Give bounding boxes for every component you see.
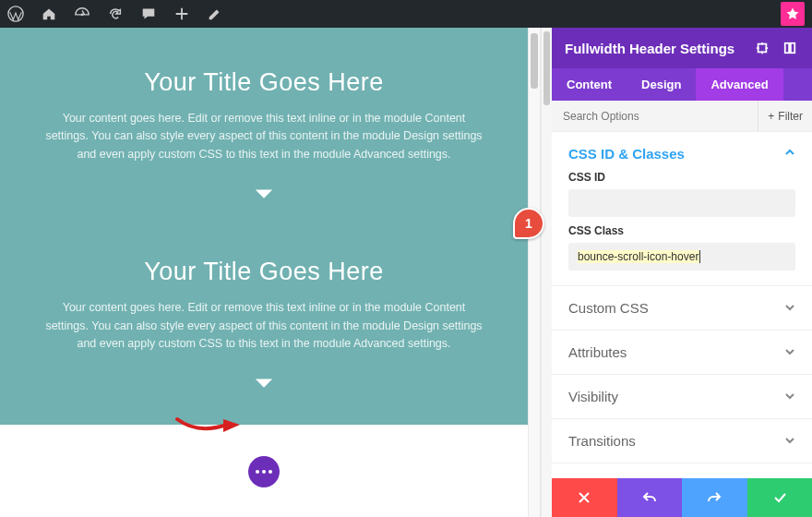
section-transitions[interactable]: Transitions [552, 419, 812, 463]
css-id-input[interactable] [568, 189, 795, 217]
chevron-up-icon[interactable] [784, 145, 795, 162]
gauge-icon[interactable] [74, 6, 90, 22]
css-class-value: bounce-scroll-icon-hover [578, 250, 700, 263]
css-class-input[interactable]: bounce-scroll-icon-hover [568, 243, 795, 271]
refresh-icon[interactable] [107, 6, 124, 22]
svg-point-1 [81, 14, 84, 17]
panel-header: Fullwidth Header Settings [552, 28, 812, 68]
css-id-label: CSS ID [568, 171, 795, 184]
plus-icon[interactable] [173, 6, 190, 22]
wordpress-icon[interactable] [7, 6, 24, 22]
hero-body[interactable]: Your content goes here. Edit or remove t… [42, 110, 485, 163]
hero-title[interactable]: Your Title Goes Here [37, 68, 491, 97]
snap-icon[interactable] [781, 39, 799, 57]
add-module-button[interactable] [248, 456, 280, 487]
undo-button[interactable] [617, 478, 683, 517]
action-bar [552, 478, 812, 517]
hero-body[interactable]: Your content goes here. Edit or remove t… [42, 299, 485, 353]
pencil-icon[interactable] [207, 6, 223, 22]
scrollbar[interactable] [528, 28, 541, 517]
home-icon[interactable] [41, 6, 57, 22]
comment-icon[interactable] [140, 6, 157, 22]
tab-design[interactable]: Design [627, 68, 696, 101]
fullwidth-header-module[interactable]: Your Title Goes Here Your content goes h… [0, 234, 528, 425]
below-section [0, 425, 528, 517]
chevron-down-icon [784, 300, 795, 316]
redo-button[interactable] [682, 478, 747, 517]
tab-advanced[interactable]: Advanced [696, 68, 782, 101]
section-attributes[interactable]: Attributes [552, 331, 812, 375]
hero-title[interactable]: Your Title Goes Here [37, 258, 491, 286]
panel-tabs: Content Design Advanced [552, 68, 812, 101]
admin-bar [0, 0, 812, 28]
tab-content[interactable]: Content [552, 68, 627, 101]
expand-icon[interactable] [753, 39, 771, 57]
save-button[interactable] [747, 478, 813, 517]
section-title[interactable]: CSS ID & Classes [568, 146, 685, 162]
panel-title: Fullwidth Header Settings [565, 41, 734, 56]
chevron-down-icon [784, 433, 795, 449]
svg-rect-3 [758, 44, 767, 53]
search-row: +Filter [552, 101, 812, 132]
search-input[interactable] [552, 110, 758, 123]
help-link[interactable]: ? Help [552, 463, 812, 478]
scrollbar[interactable] [541, 28, 552, 517]
svg-rect-5 [791, 43, 794, 54]
section-css-id-classes: CSS ID & Classes CSS ID CSS Class bounce… [552, 132, 812, 286]
svg-rect-4 [785, 43, 789, 54]
section-visibility[interactable]: Visibility [552, 375, 812, 419]
scroll-down-icon[interactable] [254, 377, 274, 395]
chevron-down-icon [784, 344, 795, 360]
page-preview: Your Title Goes Here Your content goes h… [0, 28, 541, 517]
css-class-label: CSS Class [568, 224, 795, 237]
filter-button[interactable]: +Filter [758, 101, 812, 131]
cancel-button[interactable] [552, 478, 617, 517]
settings-panel: Fullwidth Header Settings Content Design… [552, 28, 812, 517]
star-icon[interactable] [781, 2, 805, 26]
chevron-down-icon [784, 389, 795, 404]
fullwidth-header-module[interactable]: Your Title Goes Here Your content goes h… [0, 28, 528, 234]
section-custom-css[interactable]: Custom CSS [552, 286, 812, 331]
scroll-down-icon[interactable] [254, 187, 274, 206]
